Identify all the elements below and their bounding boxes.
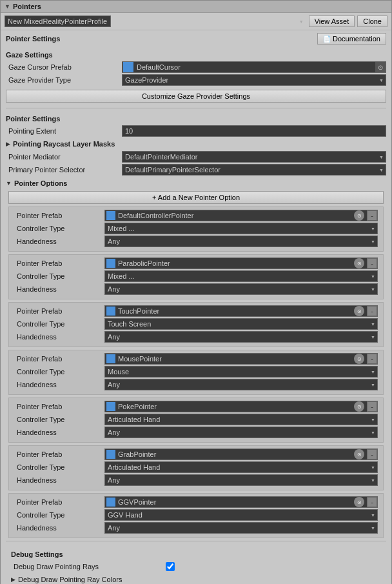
controller-type-select-2[interactable]: Touch Screen (104, 318, 378, 330)
pointers-panel: ▼ Pointers New MixedRealityPointerProfil… (0, 0, 392, 584)
prefab-minus-btn-4[interactable]: - (367, 401, 377, 412)
panel-header: ▼ Pointers (1, 1, 391, 13)
handedness-row-1: Handedness Any (14, 283, 378, 295)
gaze-cursor-name: DefaultCursor (134, 63, 375, 71)
handedness-label-2: Handedness (14, 333, 104, 341)
primary-pointer-selector-value: DefaultPrimaryPointerSelector (122, 164, 386, 176)
clone-button[interactable]: Clone (357, 15, 387, 27)
controller-type-select-0[interactable]: Mixed ... (104, 223, 378, 234)
pointer-mediator-select[interactable]: DefaultPointerMediator (122, 151, 386, 163)
prefab-label-4: Pointer Prefab (14, 403, 104, 410)
prefab-minus-btn-1[interactable]: - (367, 258, 377, 268)
prefab-minus-btn-2[interactable]: - (367, 306, 377, 316)
handedness-wrap-2: Any (104, 331, 378, 343)
controller-type-select-5[interactable]: Articulated Hand (104, 461, 378, 473)
profile-select-wrap: New MixedRealityPointerProfile (5, 15, 306, 27)
pointing-raycast-row[interactable]: ▶ Pointing Raycast Layer Masks (6, 138, 386, 150)
prefab-row-6: Pointer Prefab GGVPointer ⊙ - (14, 496, 378, 508)
handedness-select-4[interactable]: Any (104, 427, 378, 438)
prefab-row-0: Pointer Prefab DefaultControllerPointer … (14, 210, 378, 221)
controller-type-label-1: Controller Type (14, 272, 104, 280)
controller-type-label-3: Controller Type (14, 368, 104, 376)
panel-collapse-arrow[interactable]: ▼ (5, 3, 10, 10)
pointer-option-group-0: Pointer Prefab DefaultControllerPointer … (8, 206, 384, 252)
content-area: Gaze Settings Gaze Cursor Prefab Default… (1, 47, 391, 584)
handedness-label-4: Handedness (14, 428, 104, 436)
prefab-circle-btn-3[interactable]: ⊙ (354, 354, 364, 364)
prefab-circle-btn-4[interactable]: ⊙ (354, 401, 364, 412)
pointing-extent-input[interactable] (122, 125, 386, 137)
handedness-select-2[interactable]: Any (104, 331, 378, 343)
prefab-minus-btn-6[interactable]: - (367, 497, 377, 507)
view-asset-button[interactable]: View Asset (309, 15, 355, 27)
pointer-mediator-label: Pointer Mediator (6, 153, 122, 161)
pointer-settings-title: Pointer Settings (6, 35, 60, 43)
handedness-row-6: Handedness Any (14, 522, 378, 534)
controller-type-wrap-5: Articulated Hand (104, 461, 378, 473)
prefab-field-3: MousePointer ⊙ - (104, 353, 378, 365)
pointer-options-area: + Add a New Pointer Option Pointer Prefa… (6, 188, 386, 538)
debug-settings-section: Debug Settings Debug Draw Pointing Rays … (6, 544, 386, 584)
controller-type-select-6[interactable]: GGV Hand (104, 509, 378, 521)
gaze-provider-select[interactable]: GazeProvider (122, 74, 386, 86)
pointer-option-group-4: Pointer Prefab PokePointer ⊙ - Controlle… (8, 398, 384, 443)
prefab-row-1: Pointer Prefab ParabolicPointer ⊙ - (14, 257, 378, 269)
prefab-row-3: Pointer Prefab MousePointer ⊙ - (14, 353, 378, 365)
divider-1 (6, 108, 386, 108)
prefab-minus-btn-0[interactable]: - (367, 210, 377, 221)
gaze-cursor-icon (123, 62, 133, 72)
prefab-name-2: TouchPointer (117, 307, 353, 315)
handedness-select-1[interactable]: Any (104, 283, 378, 295)
pointer-option-group-3: Pointer Prefab MousePointer ⊙ - Controll… (8, 350, 384, 395)
prefab-minus-btn-3[interactable]: - (367, 354, 377, 364)
controller-type-wrap-3: Mouse (104, 366, 378, 378)
controller-type-wrap-0: Mixed ... (104, 223, 378, 234)
prefab-circle-btn-0[interactable]: ⊙ (354, 210, 364, 221)
prefab-circle-btn-1[interactable]: ⊙ (354, 258, 364, 268)
handedness-row-4: Handedness Any (14, 427, 378, 438)
gaze-cursor-select-btn[interactable]: ⊙ (375, 62, 386, 72)
controller-type-wrap-1: Mixed ... (104, 270, 378, 282)
handedness-select-5[interactable]: Any (104, 474, 378, 486)
controller-type-wrap-4: Articulated Hand (104, 414, 378, 425)
debug-draw-pointing-rays-row: Debug Draw Pointing Rays (11, 561, 381, 572)
prefab-name-4: PokePointer (117, 403, 353, 410)
gaze-cursor-field: DefaultCursor ⊙ (122, 61, 386, 73)
controller-type-row-6: Controller Type GGV Hand (14, 509, 378, 521)
gaze-cursor-value: DefaultCursor ⊙ (122, 61, 386, 73)
prefab-icon-1 (106, 259, 115, 268)
handedness-wrap-4: Any (104, 427, 378, 438)
controller-type-select-4[interactable]: Articulated Hand (104, 414, 378, 425)
handedness-wrap-1: Any (104, 283, 378, 295)
primary-pointer-selector-label: Primary Pointer Selector (6, 166, 122, 174)
controller-type-select-1[interactable]: Mixed ... (104, 270, 378, 282)
customize-gaze-btn[interactable]: Customize Gaze Provider Settings (6, 90, 386, 103)
debug-draw-pointing-rays-checkbox[interactable] (166, 562, 175, 571)
prefab-minus-btn-5[interactable]: - (367, 449, 377, 459)
prefab-field-5: GrabPointer ⊙ - (104, 448, 378, 460)
pointer-options-foldout[interactable]: ▼ Pointer Options (6, 178, 386, 188)
prefab-name-1: ParabolicPointer (117, 259, 353, 267)
pointer-option-group-2: Pointer Prefab TouchPointer ⊙ - Controll… (8, 302, 384, 347)
handedness-row-0: Handedness Any (14, 236, 378, 247)
profile-select[interactable]: New MixedRealityPointerProfile (5, 15, 111, 27)
pointer-options-list: Pointer Prefab DefaultControllerPointer … (8, 206, 384, 538)
panel-title: Pointers (13, 3, 41, 10)
documentation-button[interactable]: 📄 Documentation (317, 33, 386, 45)
prefab-circle-btn-5[interactable]: ⊙ (354, 449, 364, 459)
prefab-row-4: Pointer Prefab PokePointer ⊙ - (14, 401, 378, 412)
handedness-select-0[interactable]: Any (104, 236, 378, 247)
prefab-circle-btn-6[interactable]: ⊙ (354, 497, 364, 507)
prefab-circle-btn-2[interactable]: ⊙ (354, 306, 364, 316)
handedness-select-6[interactable]: Any (104, 522, 378, 534)
handedness-label-6: Handedness (14, 524, 104, 532)
prefab-label-0: Pointer Prefab (14, 212, 104, 219)
prefab-field-4: PokePointer ⊙ - (104, 401, 378, 412)
add-pointer-option-btn[interactable]: + Add a New Pointer Option (8, 191, 384, 204)
controller-type-label-2: Controller Type (14, 320, 104, 328)
primary-pointer-selector-select[interactable]: DefaultPrimaryPointerSelector (122, 164, 386, 176)
controller-type-select-3[interactable]: Mouse (104, 366, 378, 378)
handedness-label-5: Handedness (14, 476, 104, 484)
handedness-select-3[interactable]: Any (104, 379, 378, 390)
debug-draw-ray-colors-row[interactable]: ▶ Debug Draw Pointing Ray Colors (11, 574, 381, 584)
